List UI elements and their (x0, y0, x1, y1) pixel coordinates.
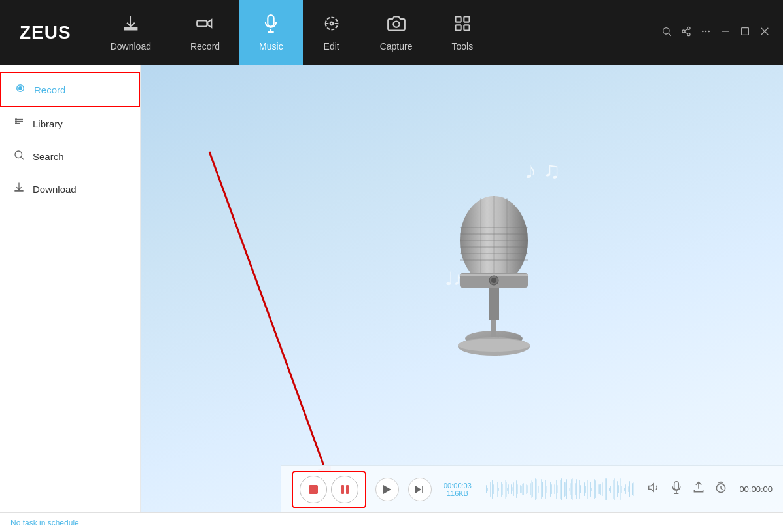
timer-icon (714, 481, 727, 497)
tools-tab-icon (453, 14, 472, 37)
tab-music-label: Music (259, 41, 283, 52)
export-icon[interactable] (692, 481, 705, 497)
sidebar-item-download[interactable]: Download (0, 173, 140, 205)
main-layout: Record Library Search Download ♪ ♫ ♩♪ (0, 65, 783, 512)
record-sidebar-icon (14, 82, 26, 97)
svg-point-26 (16, 121, 17, 122)
tab-music[interactable]: Music (239, 0, 303, 65)
svg-rect-2 (455, 16, 461, 22)
download-sidebar-icon (13, 182, 25, 196)
tab-record-label: Record (190, 41, 220, 52)
svg-point-13 (702, 31, 704, 33)
svg-point-27 (16, 123, 17, 124)
maximize-icon[interactable] (740, 26, 750, 39)
svg-marker-51 (383, 485, 391, 494)
minimize-icon[interactable] (720, 26, 731, 39)
music-notes-decoration: ♪ ♫ (525, 157, 561, 184)
sidebar-record-label: Record (34, 84, 65, 95)
play-button[interactable] (375, 478, 399, 501)
tab-download[interactable]: Download (91, 0, 171, 65)
svg-line-12 (685, 29, 688, 31)
volume-icon[interactable] (648, 481, 661, 497)
svg-point-21 (19, 87, 22, 90)
library-sidebar-icon (13, 116, 25, 131)
right-controls: 00:00:00 (648, 481, 773, 497)
window-controls (661, 26, 783, 39)
close-icon[interactable] (759, 26, 770, 39)
record-tab-icon (196, 14, 215, 37)
titlebar: ZEUS Download Record (0, 0, 783, 65)
svg-rect-17 (742, 28, 749, 35)
more-options-icon[interactable] (701, 26, 711, 39)
svg-point-28 (15, 151, 22, 158)
waveform-display (485, 477, 635, 502)
edit-tab-icon (322, 14, 341, 37)
svg-rect-5 (464, 25, 469, 30)
tab-record[interactable]: Record (171, 0, 239, 65)
app-logo: ZEUS (0, 22, 91, 43)
svg-marker-54 (649, 484, 654, 491)
svg-point-10 (687, 33, 690, 36)
current-time: 00:00:03 (444, 482, 472, 490)
time-info: 00:00:03 116KB (444, 482, 472, 497)
sidebar-library-label: Library (33, 118, 63, 129)
svg-point-43 (491, 278, 496, 283)
search-window-icon[interactable] (661, 26, 672, 39)
svg-line-7 (669, 33, 671, 36)
stop-icon (309, 485, 318, 494)
tab-capture-label: Capture (380, 41, 413, 52)
player-bar: 00:00:03 116KB 00:00:00 (281, 465, 783, 512)
svg-point-8 (687, 27, 690, 29)
svg-line-58 (723, 482, 723, 484)
microphone-illustration (435, 188, 553, 371)
stop-button[interactable] (300, 476, 327, 503)
svg-point-14 (705, 31, 707, 33)
share-window-icon[interactable] (681, 26, 691, 39)
tab-edit[interactable]: Edit (303, 0, 360, 65)
status-bar: No task in schedule (0, 512, 783, 532)
elapsed-timer: 00:00:00 (739, 484, 773, 494)
tab-download-label: Download (111, 41, 151, 52)
tab-capture[interactable]: Capture (360, 0, 432, 65)
sidebar-search-label: Search (33, 151, 64, 162)
svg-rect-4 (455, 25, 461, 30)
svg-point-0 (330, 22, 333, 25)
svg-rect-46 (491, 320, 496, 340)
tab-tools[interactable]: Tools (432, 0, 493, 65)
tab-edit-label: Edit (324, 41, 339, 52)
skip-button[interactable] (408, 478, 432, 501)
record-controls-group (292, 471, 366, 508)
search-sidebar-icon (13, 149, 25, 163)
file-size: 116KB (447, 490, 468, 497)
svg-point-6 (663, 28, 669, 34)
svg-point-25 (16, 119, 17, 120)
svg-line-57 (719, 482, 720, 484)
pause-icon (341, 485, 349, 494)
sidebar-item-library[interactable]: Library (0, 107, 140, 140)
svg-line-29 (21, 157, 24, 159)
svg-point-9 (682, 30, 685, 33)
music-tab-icon (262, 14, 280, 37)
status-message: No task in schedule (10, 518, 79, 527)
svg-rect-3 (464, 16, 469, 22)
sidebar-item-search[interactable]: Search (0, 140, 140, 173)
capture-tab-icon (387, 14, 406, 37)
svg-line-50 (209, 152, 330, 484)
mic-icon[interactable] (670, 481, 683, 497)
nav-tabs: Download Record Music (91, 0, 661, 65)
download-tab-icon (122, 14, 140, 37)
svg-point-15 (708, 31, 710, 33)
sidebar-item-record[interactable]: Record (0, 72, 140, 107)
pause-button[interactable] (331, 476, 358, 503)
svg-point-1 (393, 21, 399, 27)
tab-tools-label: Tools (451, 41, 473, 52)
svg-marker-52 (415, 486, 421, 493)
svg-point-48 (458, 339, 530, 352)
content-area: ♪ ♫ ♩♪ (141, 65, 783, 512)
svg-rect-44 (489, 288, 499, 320)
svg-line-11 (685, 32, 688, 34)
sidebar-download-label: Download (33, 184, 77, 195)
sidebar: Record Library Search Download (0, 65, 141, 512)
